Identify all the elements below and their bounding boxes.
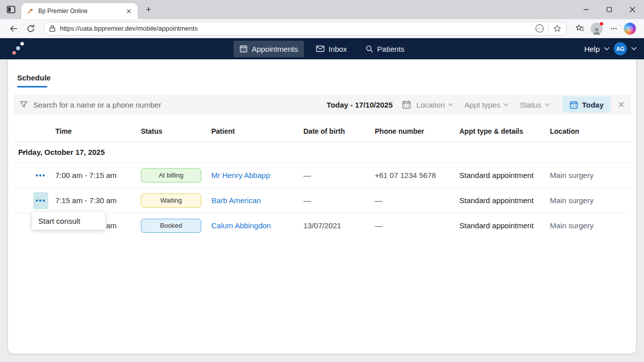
lock-icon[interactable] <box>49 25 56 32</box>
appt-phone: — <box>375 221 459 230</box>
page-tabstrip: Schedule <box>8 59 636 87</box>
browser-profile-avatar[interactable] <box>591 23 603 35</box>
status-dropdown-label: Status <box>520 101 541 109</box>
nav-patients-label: Patients <box>377 45 405 53</box>
header-dob: Date of birth <box>303 127 375 135</box>
location-dropdown-label: Location <box>417 101 445 109</box>
row-actions-icon[interactable]: ••• <box>33 192 48 209</box>
appt-time: 7:15 am - 7:30 am <box>55 196 141 205</box>
browser-titlebar: Bp Premier Online ✕ + <box>0 0 644 19</box>
patient-link[interactable]: Calum Abbingdon <box>211 221 303 230</box>
user-avatar[interactable]: AG <box>614 42 627 55</box>
today-button[interactable]: Today <box>562 97 611 113</box>
status-badge: Waiting <box>141 194 201 208</box>
new-tab-button[interactable]: + <box>142 3 155 16</box>
appt-dob: — <box>303 196 375 205</box>
header-patient: Patient <box>211 127 303 135</box>
divider <box>548 25 549 33</box>
browser-tab[interactable]: Bp Premier Online ✕ <box>21 3 138 19</box>
url-bar[interactable]: https://uata.bppremier.dev/mobile/appoin… <box>43 22 567 36</box>
search-icon <box>365 45 373 53</box>
app-navbar: Appointments Inbox Patients Help AG <box>0 38 644 59</box>
status-dropdown[interactable]: Status <box>520 101 550 109</box>
copilot-icon[interactable] <box>624 23 636 35</box>
nav-appointments[interactable]: Appointments <box>233 41 304 57</box>
table-row[interactable]: ••• 7:30 am - 7:45 am Booked Calum Abbin… <box>13 213 631 238</box>
status-badge: At billing <box>141 168 201 183</box>
favorite-star-icon[interactable] <box>553 24 561 33</box>
appt-types-dropdown-label: Appt types <box>464 101 500 109</box>
clear-filter-icon[interactable]: ✕ <box>618 100 625 110</box>
header-status: Status <box>141 127 211 135</box>
window-close-button[interactable] <box>621 0 644 19</box>
appt-phone: +61 07 1234 5678 <box>375 171 459 179</box>
patient-link[interactable]: Mr Henry Abbapp <box>211 171 303 179</box>
appt-dob: 13/07/2021 <box>303 221 375 230</box>
filter-funnel-icon <box>19 100 28 109</box>
window-minimize-button[interactable] <box>575 0 598 19</box>
notification-dot <box>599 22 604 26</box>
favorites-list-icon[interactable] <box>573 22 587 36</box>
tab-active-underline <box>17 86 47 87</box>
appt-time: 7:00 am - 7:15 am <box>55 171 141 179</box>
appt-type: Standard appointment <box>459 196 550 205</box>
envelope-icon <box>316 45 325 52</box>
tab-close-icon[interactable]: ✕ <box>124 6 134 16</box>
filter-date-label: Today - 17/10/2025 <box>327 101 392 109</box>
search-input[interactable] <box>33 101 204 109</box>
header-time: Time <box>55 127 141 135</box>
schedule-panel: Schedule Today - 17/10/2025 Location App… <box>8 59 636 353</box>
tab-favicon <box>26 7 34 15</box>
chevron-down-icon <box>503 103 509 107</box>
row-context-menu: Start consult <box>32 212 105 230</box>
date-picker-calendar-icon[interactable] <box>402 100 411 109</box>
table-row[interactable]: ••• 7:15 am - 7:30 am Waiting Barb Ameri… <box>13 188 631 213</box>
back-icon[interactable] <box>7 22 21 36</box>
appt-types-dropdown[interactable]: Appt types <box>464 101 509 109</box>
appt-type: Standard appointment <box>459 221 550 230</box>
bp-logo <box>10 41 27 57</box>
browser-settings-icon[interactable] <box>607 22 621 36</box>
refresh-icon[interactable] <box>24 22 38 36</box>
location-dropdown[interactable]: Location <box>417 101 454 109</box>
appt-phone: — <box>375 196 459 205</box>
table-header-row: Time Status Patient Date of birth Phone … <box>13 121 631 142</box>
date-group-label: Friday, October 17, 2025 <box>18 148 631 156</box>
tab-schedule[interactable]: Schedule <box>17 73 51 86</box>
appt-type: Standard appointment <box>459 171 550 179</box>
header-location: Location <box>550 127 631 135</box>
tab-actions-icon[interactable] <box>4 3 18 16</box>
calendar-icon <box>239 45 248 53</box>
nav-patients[interactable]: Patients <box>359 41 411 57</box>
chevron-down-icon <box>544 103 550 107</box>
header-phone: Phone number <box>375 127 459 135</box>
start-consult-menu-item[interactable]: Start consult <box>32 212 105 230</box>
nav-inbox[interactable]: Inbox <box>310 41 353 57</box>
filter-bar: Today - 17/10/2025 Location Appt types S… <box>13 95 631 115</box>
tab-title: Bp Premier Online <box>38 8 124 15</box>
patient-link[interactable]: Barb American <box>211 196 303 205</box>
account-chevron-icon[interactable] <box>631 47 637 51</box>
chevron-down-icon <box>448 103 453 107</box>
appointments-table: Time Status Patient Date of birth Phone … <box>13 121 631 238</box>
browser-toolbar: https://uata.bppremier.dev/mobile/appoin… <box>0 19 644 38</box>
appt-dob: — <box>303 171 375 179</box>
date-group-row: Friday, October 17, 2025 <box>13 142 631 162</box>
row-actions-icon[interactable]: ••• <box>33 167 48 184</box>
nav-inbox-label: Inbox <box>329 45 347 53</box>
nav-appointments-label: Appointments <box>252 45 298 53</box>
help-chevron-icon[interactable] <box>604 47 610 51</box>
appt-location: Main surgery <box>550 196 631 205</box>
appt-location: Main surgery <box>550 171 631 179</box>
today-button-label: Today <box>582 101 604 109</box>
today-calendar-icon <box>570 101 578 109</box>
appt-location: Main surgery <box>550 221 631 230</box>
help-menu[interactable]: Help <box>584 45 600 53</box>
window-maximize-button[interactable] <box>598 0 621 19</box>
url-text[interactable]: https://uata.bppremier.dev/mobile/appoin… <box>60 25 535 32</box>
table-row[interactable]: ••• 7:00 am - 7:15 am At billing Mr Henr… <box>13 162 631 188</box>
status-badge: Booked <box>141 219 201 233</box>
more-options-icon[interactable] <box>535 24 544 33</box>
header-appt-type: Appt type & details <box>459 127 550 135</box>
